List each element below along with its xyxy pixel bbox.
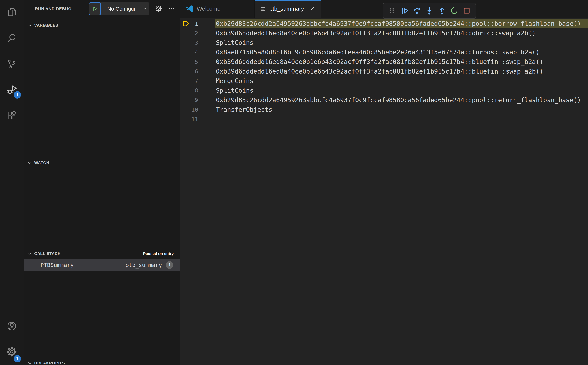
code-text[interactable]: SplitCoins [215,38,588,47]
line-number: 4 [195,49,198,56]
code-line: 3SplitCoins [180,38,588,47]
code-text[interactable]: 0x8ae871505a80d8bf6bf9c05906cda6edfeea46… [215,47,588,57]
step-over-icon[interactable] [412,6,422,16]
section-breakpoints[interactable]: BREAKPOINTS [23,355,180,365]
chevron-down-icon [27,361,32,365]
line-gutter[interactable]: 9 [180,95,215,105]
section-call-stack[interactable]: CALL STACK Paused on entry [23,248,180,259]
code-text[interactable]: TransferObjects [215,105,588,114]
line-number: 1 [195,20,198,27]
debug-current-line-icon [183,77,189,84]
step-into-icon[interactable] [424,6,434,16]
line-gutter[interactable]: 5 [180,57,215,67]
frame-source: ptb_summary [125,262,162,268]
sidebar-item-search[interactable] [0,26,23,51]
code-line: 20xb39d6dddedd16ed8a40ce0b1e6b43c92acf0f… [180,28,588,38]
source-control-icon [7,59,17,70]
debug-count-badge: 1 [14,91,21,98]
sidebar-header: RUN AND DEBUG No Configur [23,0,180,18]
code-text[interactable]: MergeCoins [215,76,588,86]
code-text[interactable]: 0xb29d83c26cdd2a64959263abbcfc4a6937f0c9… [215,95,588,105]
tab-label: ptb_summary [269,6,304,12]
line-gutter[interactable]: 8 [180,86,215,95]
tab-welcome[interactable]: Welcome [180,0,255,18]
extensions-icon [7,110,17,121]
tab-ptb-summary[interactable]: ptb_summary [255,0,321,18]
sidebar-item-run-and-debug[interactable]: 1 [0,77,23,103]
code-line: 7MergeCoins [180,76,588,86]
debug-current-line-icon [183,87,189,94]
activity-bar-bottom: 1 [0,314,23,365]
sidebar-item-settings[interactable]: 1 [0,339,23,365]
file-list-icon [260,6,266,12]
debug-launch-dropdown[interactable]: No Configur [89,2,149,15]
frame-name: PTBSummary [41,262,74,268]
section-watch[interactable]: WATCH [23,155,180,170]
code-lines[interactable]: 10xb29d83c26cdd2a64959263abbcfc4a6937f0c… [180,18,588,365]
line-gutter[interactable]: 10 [180,105,215,114]
line-number: 3 [195,39,198,46]
continue-icon[interactable] [400,6,410,16]
sidebar-item-account[interactable] [0,314,23,339]
vscode-logo-icon [186,5,194,13]
line-gutter[interactable]: 6 [180,67,215,76]
call-stack-frame-row[interactable]: PTBSummary ptb_summary 1 [23,259,180,271]
more-actions-button[interactable] [168,5,175,13]
code-line: 10xb29d83c26cdd2a64959263abbcfc4a6937f0c… [180,19,588,28]
code-line: 11 [180,114,588,124]
stop-icon[interactable] [462,6,472,16]
line-gutter[interactable]: 1 [180,19,215,28]
close-icon[interactable] [310,6,315,12]
sidebar-item-source-control[interactable] [0,51,23,77]
variables-header-label: VARIABLES [34,23,58,28]
debug-current-line-icon [183,97,189,103]
line-gutter[interactable]: 11 [180,114,215,124]
section-variables[interactable]: VARIABLES [23,18,180,33]
line-number: 6 [195,68,198,75]
start-debug-button[interactable] [89,2,101,15]
run-and-debug-panel: RUN AND DEBUG No Configur VARIABLES WATC… [23,0,180,365]
line-gutter[interactable]: 7 [180,76,215,86]
restart-icon[interactable] [449,6,459,16]
chevron-down-icon [27,23,32,28]
code-line: 50xb39d6dddedd16ed8a40ce0b1e6b43c92acf0f… [180,57,588,67]
chevron-down-icon [27,160,32,165]
step-out-icon[interactable] [437,6,447,16]
toolbar-drag-handle[interactable] [387,6,397,16]
breakpoints-header-label: BREAKPOINTS [34,361,65,365]
code-text[interactable]: 0xb29d83c26cdd2a64959263abbcfc4a6937f0c9… [215,19,588,28]
activity-bar-top: 1 [0,0,23,129]
files-icon [7,7,17,19]
debug-current-line-icon [183,49,189,56]
code-text[interactable]: 0xb39d6dddedd16ed8a40ce0b1e6b43c92acf0ff… [215,57,588,67]
code-text[interactable]: 0xb39d6dddedd16ed8a40ce0b1e6b43c92acf0ff… [215,67,588,76]
debug-toolbar [383,3,476,19]
line-number: 9 [195,97,198,103]
vscode-window: 1 1 RUN AND DEBUG No Configur [0,0,588,365]
editor-group: Welcome ptb_summary 10xb29d83c26cdd2a649… [180,0,588,365]
debug-current-line-icon [183,20,189,27]
debug-current-line-icon [183,68,189,75]
paused-status-label: Paused on entry [143,251,180,256]
line-number: 7 [195,77,198,84]
code-line: 40x8ae871505a80d8bf6bf9c05906cda6edfeea4… [180,47,588,57]
code-text[interactable] [215,114,588,124]
line-gutter[interactable]: 4 [180,47,215,57]
code-text[interactable]: SplitCoins [215,86,588,95]
tab-label: Welcome [197,6,220,12]
debug-settings-gear-button[interactable] [155,5,162,13]
sidebar-item-extensions[interactable] [0,103,23,129]
code-text[interactable]: 0xb39d6dddedd16ed8a40ce0b1e6b43c92acf0ff… [215,28,588,38]
sidebar-item-explorer[interactable] [0,0,23,26]
debug-current-line-icon [183,58,189,65]
watch-header-label: WATCH [34,161,49,165]
line-gutter[interactable]: 3 [180,38,215,47]
chevron-down-icon [142,6,147,12]
debug-current-line-icon [183,39,189,46]
frame-count-badge: 1 [166,261,173,269]
line-number: 8 [195,87,198,94]
line-number: 5 [195,58,198,65]
code-line: 10TransferObjects [180,105,588,114]
line-gutter[interactable]: 2 [180,28,215,38]
call-stack-header-label: CALL STACK [34,251,61,256]
